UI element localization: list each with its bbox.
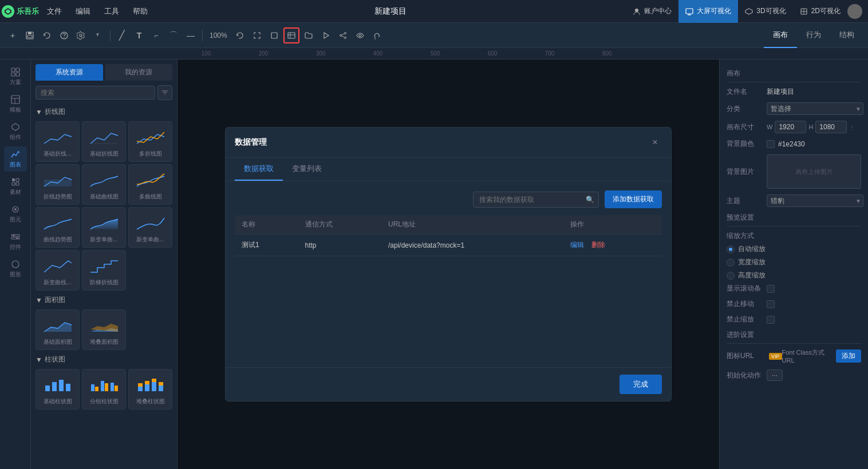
- nav-account[interactable]: 账户中心: [626, 0, 678, 23]
- tab-behavior[interactable]: 行为: [797, 23, 830, 48]
- rp-category-select[interactable]: 暂选择: [767, 102, 863, 115]
- rp-move-checkbox[interactable]: [767, 300, 775, 308]
- rp-add-btn[interactable]: 添加: [836, 349, 861, 363]
- tab-canvas[interactable]: 画布: [764, 23, 797, 48]
- chart-curve-trend[interactable]: 曲线趋势图: [35, 207, 80, 248]
- rp-scroll-checkbox[interactable]: [767, 285, 775, 293]
- toolbar-save[interactable]: [22, 27, 38, 43]
- canvas-area[interactable]: 数据管理 × 数据获取 变量列表 🔍 添加数据获取: [177, 59, 719, 469]
- nav-screen[interactable]: 大屏可视化: [678, 0, 738, 23]
- rp-theme-select[interactable]: 猎豹: [767, 194, 863, 207]
- section-bar-chart[interactable]: ▼ 柱状图: [31, 352, 177, 367]
- svg-rect-61: [145, 381, 149, 384]
- nav-3d[interactable]: 3D可视化: [738, 0, 792, 23]
- rp-zoom-checkbox[interactable]: [767, 316, 775, 324]
- toolbar-cloud[interactable]: [369, 27, 385, 43]
- chart-grad-curve-1[interactable]: 新变单曲...: [82, 207, 126, 248]
- add-data-btn[interactable]: 添加数据获取: [605, 190, 662, 208]
- section-area-chart[interactable]: ▼ 面积图: [31, 293, 177, 307]
- rp-bgcolor-checkbox[interactable]: [767, 140, 775, 148]
- modal-search-input[interactable]: [473, 192, 599, 208]
- cell-name: 测试1: [235, 234, 298, 256]
- section-line-chart[interactable]: ▼ 折线图: [31, 105, 177, 119]
- toolbar-play[interactable]: [318, 27, 334, 43]
- chart-basic-bar[interactable]: 基础柱状图: [35, 369, 80, 410]
- toolbar-frame[interactable]: [266, 27, 282, 43]
- chart-basic-area[interactable]: 基础面积图: [35, 309, 80, 350]
- nav-menu-edit[interactable]: 编辑: [69, 0, 97, 23]
- chart-stacked-bar[interactable]: 堆叠柱状图: [128, 369, 172, 410]
- edit-link[interactable]: 编辑: [570, 241, 584, 249]
- toolbar-dash[interactable]: —: [183, 27, 199, 43]
- chart-grad-curve-2[interactable]: 新变单曲...: [128, 207, 172, 248]
- chart-curve-1[interactable]: 基础曲线图: [82, 164, 126, 205]
- rp-height-input[interactable]: [815, 121, 847, 133]
- rp-scale-width[interactable]: [727, 259, 735, 267]
- rp-scale-auto[interactable]: [727, 245, 735, 253]
- sidebar-item-solution[interactable]: 方案: [4, 64, 27, 89]
- more-icon[interactable]: ⋮: [849, 124, 855, 130]
- toolbar-add[interactable]: +: [5, 27, 21, 43]
- chart-grouped-bar[interactable]: 分组柱状图: [82, 369, 126, 410]
- sidebar-item-element[interactable]: 图元: [4, 201, 27, 226]
- tab-my-resources[interactable]: 我的资源: [105, 64, 173, 81]
- avatar[interactable]: [847, 4, 862, 19]
- modal-close-btn[interactable]: ×: [648, 136, 662, 149]
- svg-rect-48: [45, 385, 50, 391]
- chart-multi-line[interactable]: 多折线图: [128, 121, 172, 162]
- toolbar-curve[interactable]: ⌒: [165, 27, 182, 43]
- chart-basic-line-1[interactable]: 基础折线...: [35, 121, 80, 162]
- rp-width-input[interactable]: [775, 121, 806, 133]
- toolbar-undo[interactable]: [39, 27, 55, 43]
- nav-menu-file[interactable]: 文件: [40, 0, 69, 23]
- filter-btn[interactable]: [157, 85, 172, 100]
- toolbar-help[interactable]: [56, 27, 72, 43]
- chart-step-line[interactable]: 阶梯折线图: [82, 250, 126, 291]
- toolbar-refresh[interactable]: [232, 27, 248, 43]
- nav-menu-help[interactable]: 帮助: [126, 0, 155, 23]
- sidebar-item-chart[interactable]: 图表: [4, 146, 27, 172]
- chart-grad-line[interactable]: 新变曲线...: [35, 250, 80, 291]
- sidebar-item-template[interactable]: 模板: [4, 92, 27, 117]
- chart-multi-curve[interactable]: 多曲线图: [128, 164, 172, 205]
- toolbar-folder[interactable]: [301, 27, 317, 43]
- rp-width-label: W: [767, 124, 772, 130]
- chart-label-8: 新变单曲...: [90, 236, 117, 244]
- ruler-mark-1: 200: [235, 50, 292, 57]
- chart-label-6: 多曲线图: [139, 193, 162, 201]
- toolbar-redo[interactable]: [90, 27, 106, 43]
- svg-point-13: [80, 34, 82, 37]
- rp-bgimage-upload[interactable]: 画布上传图片: [767, 154, 861, 189]
- sidebar-item-shape[interactable]: 图形: [4, 256, 27, 281]
- nav-2d[interactable]: 2D可视化: [793, 0, 847, 23]
- toolbar-share[interactable]: [335, 27, 351, 43]
- logo: 乐吾乐: [0, 5, 40, 18]
- tab-system-resources[interactable]: 系统资源: [35, 64, 103, 81]
- sidebar-item-component[interactable]: 组件: [4, 119, 27, 144]
- toolbar-settings[interactable]: [73, 27, 89, 43]
- toolbar-data[interactable]: [283, 27, 299, 43]
- toolbar-path[interactable]: ⌐: [148, 27, 164, 43]
- rp-initaction-btn[interactable]: ···: [767, 369, 783, 381]
- toolbar-line[interactable]: ╱: [114, 27, 130, 43]
- modal-tab-data[interactable]: 数据获取: [235, 158, 283, 181]
- nav-menu-tools[interactable]: 工具: [97, 0, 126, 23]
- search-input[interactable]: [35, 86, 155, 100]
- chart-line-trend-1[interactable]: 折线趋势图: [35, 164, 80, 205]
- toolbar-text[interactable]: T: [131, 27, 147, 43]
- chart-stacked-area[interactable]: 堆叠面积图: [82, 309, 126, 350]
- tab-structure[interactable]: 结构: [830, 23, 863, 48]
- sidebar-item-material[interactable]: 素材: [4, 174, 27, 199]
- svg-point-21: [340, 34, 341, 36]
- chart-label-2: 基础折线图: [90, 150, 119, 158]
- toolbar-fit[interactable]: [249, 27, 265, 43]
- sidebar-item-control[interactable]: 控件: [4, 229, 27, 254]
- toolbar-eye[interactable]: [352, 27, 368, 43]
- done-btn[interactable]: 完成: [620, 375, 662, 394]
- rp-scale-height[interactable]: [727, 272, 735, 280]
- chart-basic-line-2[interactable]: 基础折线图: [82, 121, 126, 162]
- svg-rect-35: [16, 182, 19, 185]
- modal-tab-vars[interactable]: 变量列表: [283, 158, 331, 181]
- search-icon: 🔍: [586, 196, 594, 204]
- delete-link[interactable]: 删除: [591, 241, 605, 249]
